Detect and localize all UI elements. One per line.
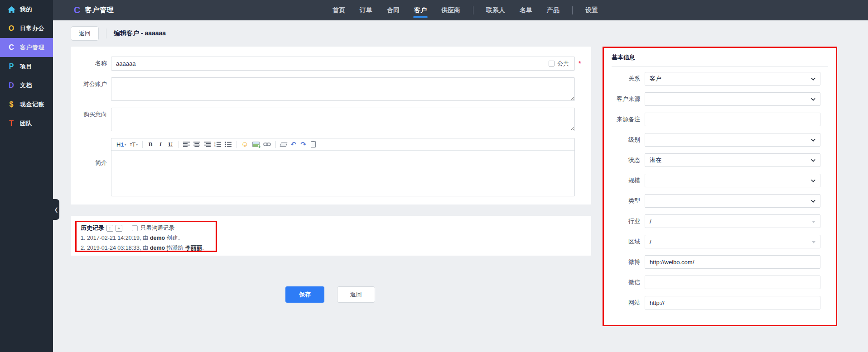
triangle-down-icon [812, 221, 815, 223]
wechat-input[interactable] [645, 276, 820, 289]
font-size-button[interactable]: тT▾ [129, 139, 140, 149]
sidebar-item-label: 团队 [20, 119, 32, 128]
sidebar-item-document[interactable]: D 文档 [0, 76, 53, 95]
chevron-down-icon [811, 178, 815, 182]
nav-customers[interactable]: 客户 [413, 1, 428, 19]
sidebar-item-project[interactable]: P 项目 [0, 57, 53, 76]
industry-label: 行业 [612, 217, 645, 225]
nav-contacts[interactable]: 联系人 [485, 1, 506, 19]
status-label: 状态 [612, 156, 645, 164]
required-asterisk: * [579, 57, 581, 70]
sidebar-item-label: 我的 [20, 5, 32, 14]
history-card: 历史记录 ↑ + 只看沟通记录 1. 2017-02-21 14:20:19, … [71, 216, 591, 256]
app-title: 客户管理 [85, 6, 114, 14]
website-input[interactable] [645, 296, 820, 309]
ordered-list-icon[interactable]: 123 [213, 139, 222, 149]
corporate-account-label: 对公账户 [71, 77, 111, 91]
chevron-down-icon [811, 157, 815, 162]
insert-image-icon[interactable] [251, 139, 261, 149]
sidebar-item-cash-ledger[interactable]: $ 现金记账 [0, 95, 53, 114]
nav-contracts[interactable]: 合同 [386, 1, 400, 19]
team-icon: T [6, 119, 16, 128]
chevron-down-icon [811, 198, 815, 203]
type-label: 类型 [612, 197, 645, 205]
svg-text:3: 3 [214, 145, 216, 147]
save-button[interactable]: 保存 [285, 286, 324, 303]
chevron-down-icon [811, 96, 815, 101]
purchase-intent-label: 购买意向 [71, 108, 111, 121]
heading-button[interactable]: H1▾ [115, 139, 128, 149]
emoji-icon[interactable]: ☺ [240, 139, 250, 149]
region-label: 区域 [612, 238, 645, 246]
sidebar-item-team[interactable]: T 团队 [0, 114, 53, 133]
relation-select[interactable]: 客户 [645, 72, 820, 86]
purchase-intent-textarea[interactable] [111, 108, 575, 131]
topbar: C 客户管理 首页 订单 合同 客户 供应商 联系人 名单 产品 设置 [53, 0, 868, 20]
name-input[interactable] [111, 57, 543, 70]
underline-button[interactable]: U [166, 139, 175, 149]
align-left-icon[interactable] [182, 139, 191, 149]
sidebar-item-label: 日常办公 [20, 24, 44, 33]
back-button-top[interactable]: 返回 [71, 26, 99, 41]
add-record-button[interactable]: + [116, 225, 122, 232]
edit-customer-form: 名称 公共 * 对公账户 购买意向 简介 H1▾ тT▾ [71, 47, 591, 205]
align-center-icon[interactable] [192, 139, 202, 149]
insert-link-icon[interactable] [262, 139, 272, 149]
unordered-list-icon[interactable] [223, 139, 233, 149]
nav-orders[interactable]: 订单 [359, 1, 373, 19]
sidebar-item-label: 客户管理 [20, 43, 44, 52]
intro-editor-body[interactable] [111, 151, 574, 196]
top-nav: 首页 订单 合同 客户 供应商 联系人 名单 产品 设置 [325, 1, 605, 19]
document-icon: D [6, 81, 16, 90]
paste-icon[interactable] [309, 139, 318, 149]
level-select[interactable] [645, 133, 820, 147]
comm-only-label: 只看沟通记录 [140, 224, 174, 232]
italic-button[interactable]: I [156, 139, 165, 149]
sidebar-item-label: 项目 [20, 62, 32, 71]
customer-source-label: 客户来源 [612, 95, 645, 103]
page-header: 返回 编辑客户 - aaaaaa [71, 26, 166, 41]
bold-button[interactable]: B [146, 139, 155, 149]
sidebar-item-mine[interactable]: 我的 [0, 0, 53, 19]
industry-cascader[interactable]: / [645, 214, 820, 228]
public-label: 公共 [557, 60, 569, 68]
history-section: 历史记录 ↑ + 只看沟通记录 1. 2017-02-21 14:20:19, … [75, 221, 217, 252]
comm-only-checkbox[interactable] [132, 225, 138, 231]
editor-toolbar: H1▾ тT▾ B I U [111, 138, 574, 151]
weibo-input[interactable] [645, 255, 820, 269]
public-addon: 公共 [543, 57, 574, 70]
sidebar-item-customer-mgmt[interactable]: C 客户管理 [0, 38, 53, 57]
back-button-bottom[interactable]: 返回 [337, 286, 375, 303]
nav-divider [572, 6, 573, 14]
project-icon: P [6, 62, 16, 71]
customer-source-select[interactable] [645, 92, 820, 106]
chevron-down-icon [811, 137, 815, 142]
level-label: 级别 [612, 136, 645, 144]
basic-info-panel: 基本信息 关系 客户 客户来源 来源备注 级 [603, 47, 837, 326]
nav-suppliers[interactable]: 供应商 [440, 1, 461, 19]
toolbar-separator [275, 141, 276, 148]
toolbar-separator [178, 141, 178, 148]
nav-lists[interactable]: 名单 [519, 1, 533, 19]
eraser-icon[interactable] [279, 139, 288, 149]
nav-products[interactable]: 产品 [546, 1, 560, 19]
align-right-icon[interactable] [203, 139, 212, 149]
status-select[interactable]: 潜在 [645, 153, 820, 167]
collapse-up-button[interactable]: ↑ [106, 225, 113, 232]
public-checkbox[interactable] [549, 61, 555, 67]
customer-mgmt-icon: C [6, 43, 16, 52]
nav-settings[interactable]: 设置 [584, 1, 599, 19]
region-cascader[interactable]: / [645, 235, 820, 248]
scale-select[interactable] [645, 174, 820, 187]
sidebar-item-daily-office[interactable]: O 日常办公 [0, 19, 53, 38]
source-note-input[interactable] [645, 113, 820, 126]
page-title: 编辑客户 - aaaaaa [114, 29, 166, 38]
redo-icon[interactable]: ↷ [299, 139, 308, 149]
undo-icon[interactable]: ↶ [289, 139, 298, 149]
nav-home[interactable]: 首页 [332, 1, 346, 19]
history-entry: 2. 2019-01-24 03:18:33, 由 demo 指派给 李丽丽。 [81, 244, 212, 252]
type-select[interactable] [645, 194, 820, 208]
corporate-account-textarea[interactable] [111, 77, 575, 101]
sidebar-collapse-handle[interactable]: ❮ [53, 199, 59, 220]
name-label: 名称 [71, 57, 111, 70]
